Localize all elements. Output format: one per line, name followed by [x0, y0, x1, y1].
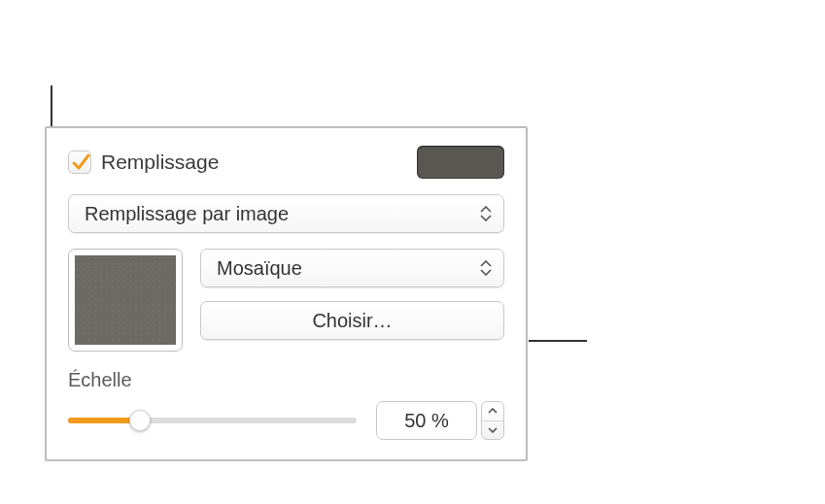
slider-thumb[interactable] — [129, 410, 151, 431]
scale-stepper-buttons — [481, 401, 504, 440]
chevron-down-icon — [488, 427, 498, 433]
fill-header-row: Remplissage — [68, 146, 504, 179]
choose-button-label: Choisir… — [312, 310, 392, 332]
image-preview — [75, 255, 176, 345]
tiling-select[interactable]: Mosaïque — [200, 249, 504, 287]
fill-type-value: Remplissage par image — [85, 203, 289, 225]
checkmark-icon — [71, 152, 90, 172]
stepper-down[interactable] — [482, 421, 503, 440]
fill-checkbox[interactable] — [68, 151, 91, 174]
fill-type-select[interactable]: Remplissage par image — [68, 194, 504, 233]
updown-icon — [474, 260, 498, 276]
scale-input[interactable]: 50 % — [376, 401, 477, 440]
fill-panel: Remplissage Remplissage par image Mosaïq… — [45, 126, 528, 461]
image-fill-controls: Mosaïque Choisir… — [200, 249, 504, 352]
scale-value: 50 % — [404, 410, 449, 432]
choose-button[interactable]: Choisir… — [200, 301, 504, 340]
tiling-value: Mosaïque — [217, 257, 302, 280]
scale-slider[interactable] — [68, 409, 357, 432]
chevron-up-icon — [488, 408, 498, 414]
fill-color-swatch[interactable] — [417, 146, 504, 179]
scale-label: Échelle — [68, 369, 504, 391]
callout-line-right — [529, 340, 587, 342]
image-fill-row: Mosaïque Choisir… — [68, 249, 504, 352]
scale-row: 50 % — [68, 401, 504, 440]
updown-icon — [474, 206, 498, 221]
image-well[interactable] — [68, 249, 183, 352]
fill-checkbox-group: Remplissage — [68, 151, 219, 174]
scale-stepper: 50 % — [376, 401, 504, 440]
fill-label: Remplissage — [101, 151, 219, 174]
stepper-up[interactable] — [482, 402, 503, 421]
